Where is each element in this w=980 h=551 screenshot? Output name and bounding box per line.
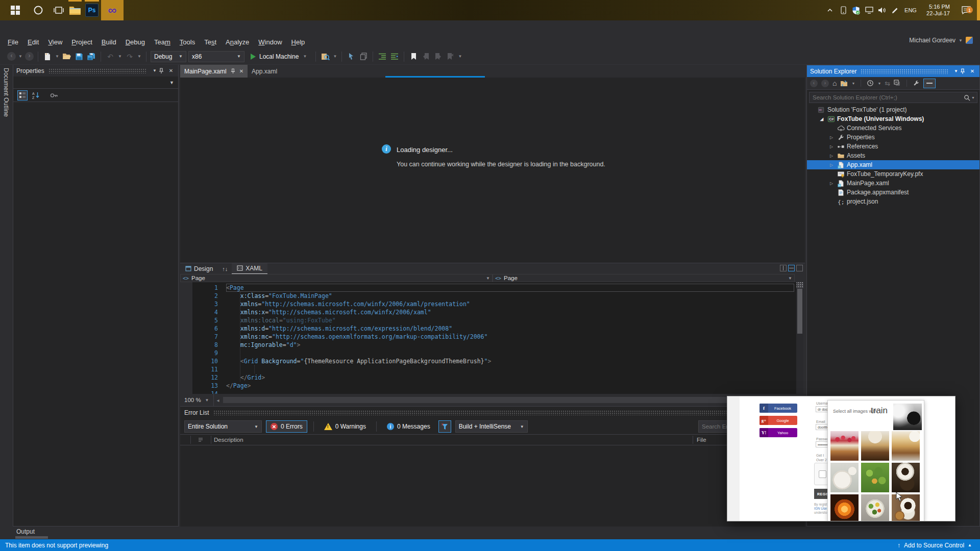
properties-wrench-button[interactable]: [913, 80, 920, 87]
captcha-tile-pudding[interactable]: [861, 431, 889, 461]
design-view-tab[interactable]: Design: [180, 263, 218, 274]
tree-item-connected-services[interactable]: Connected Services: [807, 123, 979, 133]
swap-panes-icon[interactable]: ↑↓: [218, 266, 232, 272]
yahoo-login-button[interactable]: Y! Yahoo: [760, 428, 797, 437]
description-column-header[interactable]: Description: [211, 437, 243, 443]
alphabetical-sort-button[interactable]: AZ: [31, 90, 41, 101]
toolbar-overflow-icon[interactable]: ▼: [457, 54, 462, 59]
code-line-5[interactable]: xmlns:local="using:FoxTube": [226, 316, 794, 324]
captcha-tile-pancakes[interactable]: [892, 431, 920, 461]
pin-icon[interactable]: [960, 68, 968, 74]
scroll-left-icon[interactable]: ◂: [214, 397, 219, 403]
xaml-code-editor[interactable]: 1234567891011121314 <Page x:Class="FoxTu…: [180, 282, 796, 394]
menu-help[interactable]: Help: [287, 37, 310, 47]
action-center-button[interactable]: 1: [958, 0, 975, 20]
editor-horizontal-scrollbar[interactable]: [223, 397, 785, 403]
captcha-tile-coffee-beans[interactable]: [892, 463, 920, 492]
error-list-title-bar[interactable]: Error List: [180, 407, 805, 419]
pin-icon[interactable]: [231, 68, 235, 74]
tree-item-references[interactable]: ▷ References: [807, 142, 979, 151]
code-line-6[interactable]: xmlns:d="http://schemas.microsoft.com/ex…: [226, 324, 794, 333]
categorized-button[interactable]: [17, 90, 28, 101]
tree-item-project-json[interactable]: {;} project.json: [807, 197, 979, 206]
save-button[interactable]: [74, 52, 84, 62]
find-in-files-button[interactable]: [320, 52, 330, 62]
navigate-to-button[interactable]: [346, 52, 356, 62]
code-line-9[interactable]: [226, 349, 794, 357]
menu-tools[interactable]: Tools: [175, 37, 200, 47]
tree-item-foxtube-universal-windows[interactable]: ◢ C# FoxTube (Universal Windows): [807, 114, 979, 123]
tray-device-button[interactable]: [838, 0, 848, 20]
task-view-button[interactable]: [50, 0, 67, 20]
previous-bookmark-button[interactable]: [421, 52, 431, 62]
code-line-13[interactable]: </Page>: [226, 382, 794, 390]
menu-analyze[interactable]: Analyze: [221, 37, 254, 47]
tray-network-button[interactable]: [864, 0, 875, 20]
code-line-1[interactable]: <Page: [226, 284, 794, 292]
close-icon[interactable]: ✕: [239, 68, 243, 74]
scope-dropdown[interactable]: Entire Solution▼: [184, 420, 262, 433]
menu-team[interactable]: Team: [150, 37, 175, 47]
undo-button[interactable]: ↶: [105, 52, 115, 62]
output-tab[interactable]: Output: [16, 528, 35, 535]
start-debugging-button[interactable]: Local Machine ▼: [247, 53, 311, 60]
file-explorer-button[interactable]: [67, 0, 83, 20]
properties-title-bar[interactable]: Properties ▼ ✕: [13, 65, 178, 77]
collapse-all-button[interactable]: [894, 80, 901, 87]
horizontal-split-button[interactable]: [788, 265, 795, 271]
tray-language[interactable]: ENG: [902, 0, 919, 20]
facebook-login-button[interactable]: f Facebook: [760, 404, 797, 413]
add-to-source-control-button[interactable]: ↑ Add to Source Control ▲: [897, 542, 972, 549]
messages-filter-button[interactable]: i 0 Messages: [383, 420, 434, 433]
home-icon[interactable]: ⌂: [832, 79, 837, 87]
toggle-bookmark-button[interactable]: [408, 52, 419, 62]
menu-debug[interactable]: Debug: [121, 37, 150, 47]
menu-window[interactable]: Window: [254, 37, 286, 47]
solution-explorer-search[interactable]: ▼: [809, 92, 977, 103]
filter-button[interactable]: [438, 420, 451, 433]
property-pages-button[interactable]: [49, 90, 59, 101]
tree-item-app-xaml[interactable]: ▷ App.xaml: [807, 160, 979, 169]
code-line-2[interactable]: x:Class="FoxTube.MainPage": [226, 292, 794, 300]
code-line-3[interactable]: xmlns="http://schemas.microsoft.com/winf…: [226, 300, 794, 308]
expander-icon[interactable]: ▷: [828, 163, 835, 167]
captcha-tile-salad-plate[interactable]: [861, 494, 889, 521]
legal-link[interactable]: IGN Use: [814, 507, 827, 510]
solution-search-input[interactable]: [810, 94, 964, 101]
code-line-10[interactable]: <Grid Background="{ThemeResource Applica…: [226, 357, 794, 365]
redo-button[interactable]: ↷: [125, 52, 135, 62]
navigate-back-button[interactable]: ‹: [7, 52, 16, 61]
warnings-filter-button[interactable]: 0 Warnings: [320, 420, 370, 433]
window-position-icon[interactable]: ▼: [151, 68, 159, 73]
close-icon[interactable]: ✕: [167, 68, 175, 73]
open-file-button[interactable]: [62, 52, 72, 62]
window-position-icon[interactable]: ▼: [952, 69, 960, 73]
tray-chevron-button[interactable]: [825, 0, 835, 20]
code-line-12[interactable]: </Grid>: [226, 373, 794, 382]
pin-icon[interactable]: [159, 68, 167, 74]
menu-view[interactable]: View: [43, 37, 67, 47]
sync-with-active-document-button[interactable]: ⇆: [885, 80, 890, 87]
new-project-button[interactable]: [42, 52, 53, 62]
vertical-split-button[interactable]: [780, 265, 787, 271]
decrease-indent-button[interactable]: [377, 52, 387, 62]
google-login-button[interactable]: g+ Google: [760, 416, 797, 425]
code-line-7[interactable]: xmlns:mc="http://schemas.openxmlformats.…: [226, 333, 794, 341]
menu-build[interactable]: Build: [97, 37, 121, 47]
solution-explorer-title-bar[interactable]: Solution Explorer ▼ ✕: [807, 65, 979, 77]
editor-split-grip[interactable]: [796, 282, 803, 288]
element-dropdown-right[interactable]: <> Page ▼: [493, 274, 795, 282]
element-dropdown-left[interactable]: <> Page ▼: [180, 274, 493, 282]
tray-security-button[interactable]: [850, 0, 862, 20]
user-account-menu[interactable]: Michael Gordeev ▼: [909, 37, 973, 44]
breakpoint-margin[interactable]: [180, 282, 192, 394]
build-intellisense-dropdown[interactable]: Build + IntelliSense▼: [455, 420, 528, 433]
xaml-designer-pane[interactable]: [180, 78, 805, 263]
xaml-view-tab[interactable]: XAML: [232, 263, 267, 274]
clear-bookmarks-button[interactable]: [445, 52, 455, 62]
captcha-tile-cake[interactable]: [830, 431, 859, 461]
photoshop-button[interactable]: Ps: [84, 0, 100, 20]
tab-mainpage-xaml[interactable]: MainPage.xaml ✕: [180, 65, 248, 78]
menu-file[interactable]: File: [3, 37, 23, 47]
tree-item-mainpage-xaml[interactable]: ▷ MainPage.xaml: [807, 179, 979, 188]
